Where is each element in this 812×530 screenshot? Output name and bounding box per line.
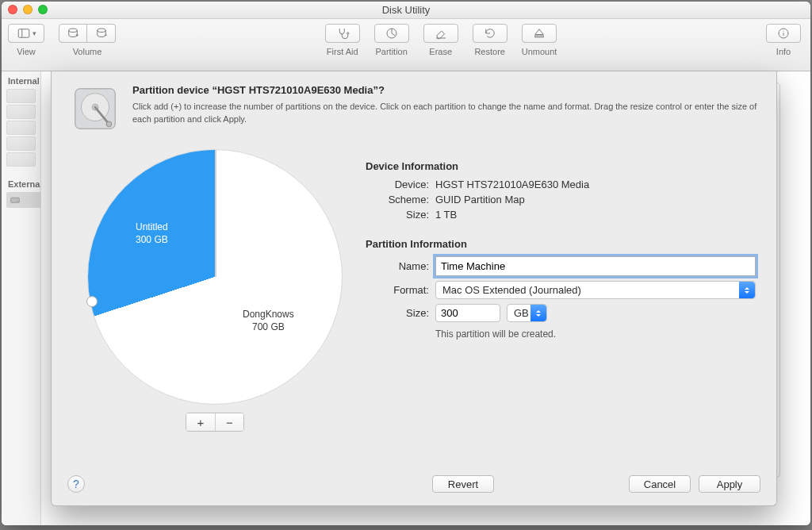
svg-line-10 [392,33,396,36]
toolbar-label: Volume [73,47,102,56]
toolbar-label: View [17,47,36,56]
revert-button[interactable]: Revert [432,475,494,493]
partition-sheet: Partition device “HGST HTS721010A9E630 M… [51,71,777,506]
svg-rect-13 [535,36,544,37]
remove-volume-button[interactable] [87,24,116,43]
external-disk-icon [9,194,21,206]
device-value: HGST HTS721010A9E630 Media [435,179,589,190]
hard-disk-icon [71,84,120,133]
sidebar: Internal External [2,71,41,525]
name-label: Name: [366,260,429,272]
partition-size-label: Size: [366,307,429,319]
device-info-heading: Device Information [366,160,756,172]
sidebar-section-external: External [2,175,40,190]
help-button[interactable]: ? [67,475,85,493]
size-unit-select[interactable]: GB [507,304,547,322]
pie-slice-label: DongKnows 700 GB [243,309,294,333]
erase-button[interactable] [423,24,458,43]
partition-add-remove: + − [186,413,244,432]
info-icon [776,26,791,40]
chevron-updown-icon [739,282,755,298]
stethoscope-icon [335,26,350,40]
svg-rect-0 [18,29,29,38]
zoom-window-button[interactable] [38,5,48,14]
sidebar-disk-item[interactable] [6,152,36,167]
main-area: Internal External [2,71,810,525]
svg-point-22 [106,121,112,127]
erase-icon [434,26,448,40]
partition-pie-chart[interactable]: Untitled 300 GB DongKnows 700 GB [87,149,343,405]
cancel-button[interactable]: Cancel [629,475,691,493]
add-volume-button[interactable] [59,24,87,43]
scheme-value: GUID Partition Map [435,194,525,205]
svg-marker-12 [535,29,544,35]
close-window-button[interactable] [8,5,17,14]
toolbar-label: First Aid [327,47,358,56]
first-aid-button[interactable] [325,24,360,43]
apply-button[interactable]: Apply [699,475,760,493]
sidebar-disk-item[interactable] [6,105,36,119]
minimize-window-button[interactable] [23,5,33,14]
window-title: Disk Utility [382,4,431,16]
device-label: Device: [366,179,429,190]
toolbar-label: Restore [474,47,505,56]
svg-point-18 [17,201,18,202]
sheet-heading: Partition device “HGST HTS721010A9E630 M… [132,84,757,96]
restore-icon [483,26,497,40]
partition-note: This partition will be created. [435,328,756,340]
toolbar-label: Unmount [522,47,557,56]
unmount-button[interactable] [522,24,557,43]
window-controls [8,5,48,14]
format-label: Format: [366,284,429,296]
partition-button[interactable] [374,24,409,43]
info-button[interactable] [766,24,801,43]
partition-size-input[interactable] [435,304,500,322]
sidebar-disk-item-selected[interactable] [6,192,40,208]
sidebar-disk-item[interactable] [6,136,36,151]
format-select[interactable]: Mac OS Extended (Journaled) [435,281,756,299]
toolbar-label: Info [776,47,791,56]
svg-point-2 [69,29,78,33]
sheet-subtext: Click add (+) to increase the number of … [132,101,757,126]
size-value: 1 TB [435,209,457,221]
remove-partition-button[interactable]: − [215,413,243,431]
titlebar: Disk Utility [2,2,810,19]
svg-point-5 [97,29,105,33]
disk-utility-window: Disk Utility ▾ View Volume [2,2,810,525]
volume-remove-icon [94,26,109,40]
sidebar-icon [17,26,31,40]
toolbar: ▾ View Volume First Aid [2,19,810,71]
partition-name-input[interactable] [435,256,756,276]
eject-icon [532,26,546,40]
restore-button[interactable] [473,24,508,43]
size-label: Size: [366,209,429,221]
svg-point-16 [783,30,783,31]
add-partition-button[interactable]: + [186,413,215,431]
sidebar-disk-item[interactable] [6,89,36,103]
partition-resize-handle[interactable] [86,296,98,307]
view-button[interactable]: ▾ [8,24,44,43]
pie-slice-label: Untitled 300 GB [136,221,168,246]
volume-add-icon [66,26,80,40]
partition-icon [385,26,399,40]
toolbar-label: Partition [376,47,408,56]
chevron-updown-icon [530,305,546,321]
sidebar-section-internal: Internal [2,71,40,87]
sidebar-disk-item[interactable] [6,121,36,135]
partition-info-heading: Partition Information [366,238,756,250]
scheme-label: Scheme: [366,194,429,205]
svg-point-7 [347,33,348,34]
toolbar-label: Erase [429,47,452,56]
